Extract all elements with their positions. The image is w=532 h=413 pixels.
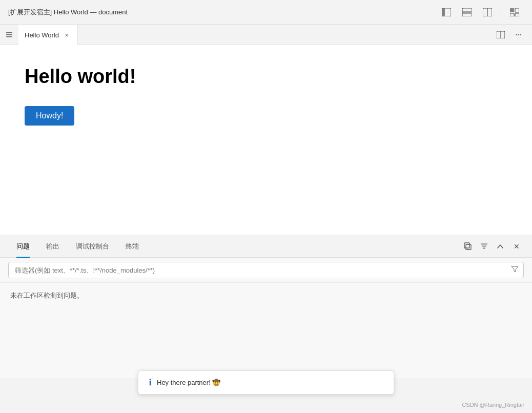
svg-rect-17 — [481, 244, 487, 245]
svg-rect-18 — [482, 246, 486, 247]
titlebar-title: [扩展开发宿主] Hello World — document — [8, 8, 128, 17]
svg-rect-11 — [6, 34, 12, 35]
list-filter-icon[interactable] — [477, 240, 491, 253]
close-panel-icon[interactable]: ✕ — [509, 240, 524, 253]
panel-area: 问题 输出 调试控制台 终端 — [0, 235, 532, 378]
notification-message: Hey there partner! 🤠 — [157, 379, 220, 386]
editor-heading: Hello world! — [25, 66, 507, 88]
svg-rect-6 — [510, 8, 514, 12]
layout-customize-icon[interactable] — [505, 5, 524, 20]
svg-rect-8 — [510, 13, 514, 16]
split-editor-icon[interactable] — [478, 5, 497, 20]
sidebar-left-icon[interactable] — [437, 5, 456, 20]
panel-tabs: 问题 输出 调试控制台 终端 — [0, 235, 532, 258]
problems-content: 未在工作区检测到问题。 — [0, 283, 532, 378]
tab-menu-icon[interactable] — [0, 25, 18, 45]
tab-terminal[interactable]: 终端 — [117, 235, 147, 258]
svg-rect-12 — [6, 36, 12, 37]
tabbar-right: ··· — [493, 28, 532, 42]
tab-hello-world[interactable]: Hello World × — [18, 25, 78, 45]
svg-rect-1 — [442, 8, 445, 16]
svg-rect-16 — [464, 243, 469, 248]
editor-layout-icon[interactable] — [458, 5, 476, 20]
collapse-panel-icon[interactable] — [493, 240, 507, 253]
svg-rect-15 — [466, 244, 471, 250]
titlebar: [扩展开发宿主] Hello World — document — [0, 0, 532, 25]
tabbar-left: Hello World × — [0, 25, 78, 45]
editor-area: Hello world! Howdy! — [0, 45, 532, 235]
filter-bar — [0, 258, 532, 283]
tab-debug-console[interactable]: 调试控制台 — [68, 235, 117, 258]
tabbar: Hello World × ··· — [0, 25, 532, 45]
svg-rect-9 — [515, 13, 519, 16]
tab-output[interactable]: 输出 — [38, 235, 68, 258]
svg-rect-10 — [6, 32, 12, 33]
tab-label: Hello World — [25, 31, 59, 39]
copy-panel-icon[interactable] — [460, 240, 475, 253]
watermark: CSDN @Raring_Ringtail — [462, 402, 524, 408]
notification-toast: ℹ Hey there partner! 🤠 — [138, 370, 394, 395]
filter-input[interactable] — [8, 262, 524, 278]
notification-info-icon: ℹ — [149, 377, 152, 388]
svg-rect-7 — [515, 8, 519, 12]
svg-rect-19 — [483, 248, 485, 249]
panel-tabs-right: ✕ — [460, 240, 524, 253]
tab-close-button[interactable]: × — [62, 31, 71, 40]
split-editor-tab-icon[interactable] — [493, 28, 508, 42]
more-actions-icon[interactable]: ··· — [510, 28, 526, 42]
tab-problems[interactable]: 问题 — [8, 235, 38, 258]
svg-rect-3 — [462, 11, 472, 14]
no-problems-text: 未在工作区检测到问题。 — [10, 292, 84, 299]
titlebar-divider — [501, 7, 501, 17]
panel-tabs-left: 问题 输出 调试控制台 终端 — [8, 235, 147, 257]
howdy-button[interactable]: Howdy! — [25, 106, 74, 126]
titlebar-icons — [437, 5, 524, 20]
